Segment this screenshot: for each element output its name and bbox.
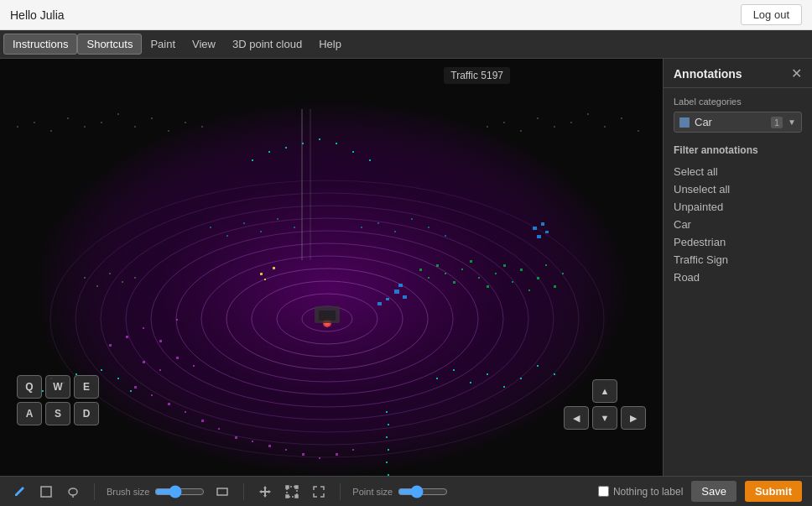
- category-name: Car: [695, 116, 766, 128]
- filter-pedestrian[interactable]: Pedestrian: [674, 233, 802, 251]
- svg-rect-147: [295, 486, 298, 488]
- transform-button[interactable]: [283, 483, 301, 501]
- filter-car[interactable]: Car: [674, 216, 802, 233]
- svg-rect-63: [176, 357, 179, 359]
- point-size-slider[interactable]: [398, 485, 448, 498]
- category-number: 1: [771, 117, 783, 128]
- svg-rect-126: [243, 222, 245, 224]
- filter-annotations-label: Filter annotations: [674, 144, 802, 156]
- nav-up-button[interactable]: ▲: [592, 379, 617, 403]
- filter-unselect-all[interactable]: Unselect all: [674, 180, 802, 198]
- svg-rect-149: [295, 495, 298, 498]
- svg-rect-113: [386, 298, 389, 300]
- svg-rect-24: [487, 373, 488, 375]
- panel-close-button[interactable]: ✕: [791, 67, 802, 81]
- key-w: W: [45, 375, 70, 399]
- svg-rect-102: [587, 113, 589, 115]
- svg-rect-87: [67, 117, 69, 119]
- svg-rect-108: [264, 279, 266, 280]
- key-s: S: [45, 402, 70, 425]
- key-e: E: [74, 375, 99, 399]
- svg-rect-92: [151, 117, 153, 119]
- svg-rect-132: [394, 231, 396, 232]
- svg-rect-105: [638, 130, 639, 132]
- svg-rect-77: [336, 453, 338, 456]
- nothing-to-label-checkbox-group[interactable]: Nothing to label: [598, 486, 683, 498]
- svg-rect-26: [520, 378, 522, 379]
- svg-rect-31: [285, 147, 287, 149]
- logout-button[interactable]: Log out: [741, 4, 802, 25]
- svg-rect-52: [495, 273, 497, 274]
- svg-rect-135: [445, 235, 446, 237]
- svg-rect-106: [260, 273, 263, 275]
- traffic-info-badge: Traffic 5197: [444, 67, 510, 84]
- svg-rect-146: [286, 486, 289, 488]
- menu-help[interactable]: Help: [310, 34, 350, 54]
- svg-rect-47: [453, 281, 455, 284]
- svg-rect-137: [96, 285, 98, 287]
- svg-rect-43: [419, 269, 422, 271]
- svg-rect-80: [143, 327, 144, 329]
- svg-rect-94: [185, 122, 186, 123]
- svg-rect-39: [386, 436, 388, 438]
- category-dropdown[interactable]: Car 1 ▼: [674, 112, 802, 133]
- nav-right-button[interactable]: ▶: [621, 406, 646, 430]
- toolbar-separator-3: [340, 483, 341, 500]
- svg-rect-54: [512, 281, 513, 283]
- nav-left-button[interactable]: ◀: [564, 406, 589, 430]
- menu-view[interactable]: View: [184, 34, 224, 54]
- svg-rect-48: [461, 269, 463, 270]
- svg-rect-66: [151, 394, 153, 396]
- lasso-button[interactable]: [64, 483, 82, 501]
- svg-rect-111: [398, 284, 403, 287]
- filter-traffic-sign[interactable]: Traffic Sign: [674, 251, 802, 269]
- menu-3d-point-cloud[interactable]: 3D point cloud: [224, 34, 310, 54]
- category-color-swatch: [679, 117, 690, 128]
- filter-select-all[interactable]: Select all: [674, 163, 802, 180]
- point-size-label: Point size: [352, 487, 393, 497]
- fullscreen-button[interactable]: [310, 483, 328, 501]
- brush-size-group: Brush size: [107, 485, 205, 498]
- nothing-to-label-checkbox[interactable]: [598, 486, 609, 497]
- svg-point-142: [69, 488, 77, 495]
- svg-rect-56: [528, 290, 530, 291]
- panel-title: Annotations: [674, 67, 742, 81]
- filter-unpainted[interactable]: Unpainted: [674, 198, 802, 216]
- svg-rect-97: [503, 122, 505, 123]
- filter-road[interactable]: Road: [674, 269, 802, 286]
- save-button[interactable]: Save: [691, 481, 737, 502]
- menu-shortcuts[interactable]: Shortcuts: [77, 34, 142, 55]
- submit-button[interactable]: Submit: [745, 481, 802, 502]
- app-title: Hello Julia: [10, 8, 65, 22]
- toolbar-separator-1: [94, 483, 95, 500]
- svg-rect-86: [50, 130, 52, 132]
- svg-rect-140: [134, 277, 136, 279]
- svg-rect-27: [537, 365, 539, 367]
- brush-size-slider[interactable]: [154, 485, 205, 498]
- nav-down-button[interactable]: ▼: [592, 406, 617, 430]
- svg-rect-83: [109, 344, 112, 347]
- svg-rect-65: [134, 386, 137, 389]
- menu-instructions[interactable]: Instructions: [3, 34, 77, 55]
- svg-rect-139: [122, 281, 123, 283]
- keyboard-shortcuts-overlay: Q W E A S D: [17, 375, 99, 425]
- svg-rect-95: [201, 126, 203, 128]
- move-tool-button[interactable]: [256, 483, 274, 501]
- rect-shape-button[interactable]: [213, 483, 232, 501]
- menu-paint[interactable]: Paint: [142, 34, 184, 54]
- svg-rect-116: [537, 235, 541, 238]
- svg-rect-76: [319, 457, 320, 459]
- svg-rect-104: [621, 117, 622, 119]
- svg-rect-70: [218, 428, 220, 430]
- svg-rect-71: [235, 436, 237, 439]
- svg-rect-33: [319, 138, 320, 140]
- lidar-viewport[interactable]: Traffic 5197 Q W E A S D ▲ ◀ ▼ ▶: [0, 59, 663, 476]
- svg-rect-59: [554, 285, 556, 288]
- svg-rect-51: [487, 285, 489, 288]
- select-rect-button[interactable]: [37, 483, 55, 501]
- svg-rect-34: [336, 143, 337, 144]
- svg-rect-79: [126, 336, 128, 338]
- svg-rect-55: [520, 269, 523, 271]
- svg-rect-75: [302, 453, 304, 456]
- draw-tool-button[interactable]: [10, 483, 29, 501]
